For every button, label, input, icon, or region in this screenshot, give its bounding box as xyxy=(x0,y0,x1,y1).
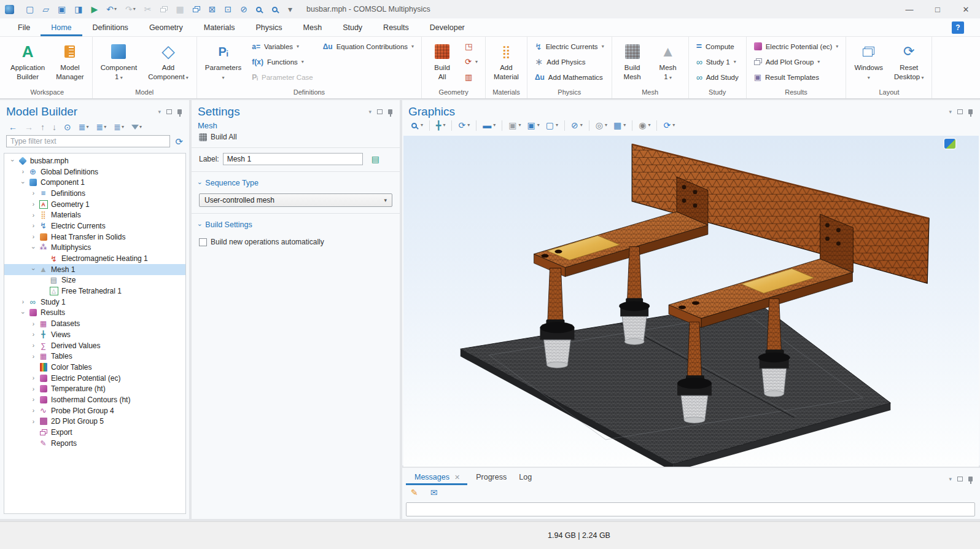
filter-nodes-button[interactable]: ▾ xyxy=(129,124,144,130)
grid-toggle-button[interactable]: ▦▾ xyxy=(610,120,629,131)
menu-definitions[interactable]: Definitions xyxy=(82,18,139,36)
run-button[interactable]: ▶ xyxy=(88,4,101,15)
build-mesh-button[interactable]: BuildMesh xyxy=(615,39,650,83)
tab-progress[interactable]: Progress xyxy=(467,468,510,485)
panel-menu-icon[interactable]: ▾ xyxy=(949,476,952,482)
move-down-button[interactable]: ↓ xyxy=(50,122,59,132)
environment-light-button[interactable]: ▣▾ xyxy=(524,120,542,131)
collapsed-icon[interactable]: › xyxy=(29,222,38,229)
search-settings-button[interactable] xyxy=(269,6,282,14)
view-mode-button[interactable]: ▬▾ xyxy=(480,120,499,131)
close-button[interactable]: ✕ xyxy=(952,0,980,18)
collapsed-icon[interactable]: › xyxy=(29,233,38,240)
show-toggle-button[interactable]: ⊙ xyxy=(61,122,74,132)
tree-item-isothermal-contours-ht[interactable]: ›Isothermal Contours (ht) xyxy=(4,394,185,405)
minimize-button[interactable]: — xyxy=(895,0,924,18)
collapsed-icon[interactable]: › xyxy=(29,321,38,327)
go-to-view-button[interactable]: ╋▾ xyxy=(433,120,448,131)
collapsed-icon[interactable]: › xyxy=(29,407,38,414)
clear-messages-button[interactable]: ✎ xyxy=(408,488,421,497)
build-all-button[interactable]: Build All xyxy=(192,131,400,145)
add-physics-button[interactable]: ∗Add Physics xyxy=(531,54,609,69)
float-icon[interactable] xyxy=(957,109,963,114)
collapsed-icon[interactable]: › xyxy=(29,342,38,349)
tree-item-reports[interactable]: ✎Reports xyxy=(4,438,185,449)
collapsed-icon[interactable]: › xyxy=(29,353,38,360)
panel-menu-icon[interactable]: ▾ xyxy=(949,109,952,115)
find-button[interactable] xyxy=(253,6,266,14)
windows-button[interactable]: Windows ▾ xyxy=(849,39,888,83)
tree-item-probe-plot-group-4[interactable]: ›∿Probe Plot Group 4 xyxy=(4,405,185,416)
tree-item-datasets[interactable]: ›▦Datasets xyxy=(4,318,185,329)
add-plot-group-button[interactable]: Add Plot Group▾ xyxy=(750,54,843,69)
float-icon[interactable] xyxy=(957,477,963,481)
undo-button[interactable]: ↶▾ xyxy=(103,4,120,15)
float-icon[interactable] xyxy=(377,109,383,114)
mesh-label-input[interactable] xyxy=(223,153,363,165)
tree-item-definitions[interactable]: ›≡Definitions xyxy=(4,188,185,199)
tree-item-electric-currents[interactable]: ›↯Electric Currents xyxy=(4,220,185,232)
go-forward-button[interactable]: → xyxy=(22,122,36,132)
tree-item-results[interactable]: ›Results xyxy=(4,308,185,319)
import-geometry-button[interactable]: ◳ xyxy=(461,39,482,54)
collapsed-icon[interactable]: › xyxy=(29,201,38,208)
compute-button[interactable]: =Compute xyxy=(692,39,743,54)
clear-selection-button[interactable]: ⊘ xyxy=(237,4,251,15)
menu-home[interactable]: Home xyxy=(41,18,82,36)
snapshot-icon[interactable] xyxy=(944,139,955,149)
functions-button[interactable]: f(x)Functions▾ xyxy=(247,54,317,69)
refresh-icon[interactable]: ⟳ xyxy=(174,137,184,146)
scene-light-button[interactable]: ▣▾ xyxy=(505,120,524,131)
mesh-1-ribbon-button[interactable]: ▲Mesh1 ▾ xyxy=(651,39,685,83)
menu-physics[interactable]: Physics xyxy=(245,18,292,36)
add-mathematics-button[interactable]: ΔuAdd Mathematics xyxy=(531,69,609,85)
menu-file[interactable]: File xyxy=(7,18,41,36)
tree-item-size[interactable]: ▤Size xyxy=(4,275,185,286)
variables-button[interactable]: a=Variables▾ xyxy=(247,39,317,54)
tree-item-temperature-ht[interactable]: ›Temperature (ht) xyxy=(4,383,185,394)
collapsed-icon[interactable]: › xyxy=(29,375,38,381)
close-tab-icon[interactable]: ✕ xyxy=(454,473,464,481)
section-sequence-type[interactable]: › Sequence Type xyxy=(192,173,400,190)
float-icon[interactable] xyxy=(166,109,172,114)
add-material-button[interactable]: ⣿AddMaterial xyxy=(489,39,524,83)
collapsed-icon[interactable]: › xyxy=(29,418,38,425)
cut-button[interactable]: ✂ xyxy=(141,4,155,15)
pin-icon[interactable] xyxy=(388,109,392,114)
wireframe-rendering-button[interactable]: ◎▾ xyxy=(593,120,610,131)
reset-desktop-button[interactable]: ⟳ResetDesktop ▾ xyxy=(889,39,928,83)
component-1-button[interactable]: Component1 ▾ xyxy=(96,39,142,83)
tree-item-multiphysics[interactable]: ›⁂Multiphysics xyxy=(4,243,185,254)
tree-item-free-tetrahedral-1[interactable]: △Free Tetrahedral 1 xyxy=(4,286,185,297)
tree-item-derived-values[interactable]: ›∑Derived Values xyxy=(4,340,185,351)
graphics-3d-view[interactable] xyxy=(403,136,979,467)
tree-item-component-1[interactable]: ›Component 1 xyxy=(4,177,185,188)
new-file-button[interactable]: ▢ xyxy=(23,4,37,15)
collapsed-icon[interactable]: › xyxy=(18,298,28,305)
tab-messages[interactable]: Messages✕ xyxy=(406,468,467,485)
parameter-case-button[interactable]: PᵢParameter Case xyxy=(247,69,317,85)
label-note-button[interactable]: ▤ xyxy=(369,153,382,165)
menu-results[interactable]: Results xyxy=(373,18,419,36)
go-back-button[interactable]: ← xyxy=(6,122,20,132)
tree-item-views[interactable]: ›╋Views xyxy=(4,329,185,340)
parameters-button[interactable]: PᵢParameters ▾ xyxy=(200,39,246,83)
tree-item-busbar-mph[interactable]: ›busbar.mph xyxy=(4,155,185,166)
model-manager-button[interactable]: ModelManager xyxy=(51,39,88,83)
result-templates-button[interactable]: ▣Result Templates xyxy=(750,69,843,85)
collapsed-icon[interactable]: › xyxy=(29,396,38,403)
paste-button[interactable]: ▦ xyxy=(173,4,187,15)
pin-icon[interactable] xyxy=(968,477,973,481)
update-geometry-button[interactable]: ⟳▾ xyxy=(461,54,482,69)
menu-geometry[interactable]: Geometry xyxy=(139,18,193,36)
application-builder-button[interactable]: AApplicationBuilder xyxy=(6,39,50,83)
tree-item-study-1[interactable]: ›∞Study 1 xyxy=(4,297,185,308)
select-mode-button[interactable]: ▢▾ xyxy=(543,120,561,131)
tree-item-electric-potential-ec[interactable]: ›Electric Potential (ec) xyxy=(4,373,185,384)
electric-currents-physics-button[interactable]: ↯Electric Currents▾ xyxy=(531,39,609,54)
customize-toolbar-button[interactable]: ▾ xyxy=(285,4,295,15)
save-as-button[interactable]: ◨ xyxy=(71,4,85,15)
collapsed-icon[interactable]: › xyxy=(29,386,38,392)
copy-button[interactable] xyxy=(157,5,171,14)
message-settings-button[interactable]: ✉ xyxy=(428,488,440,497)
